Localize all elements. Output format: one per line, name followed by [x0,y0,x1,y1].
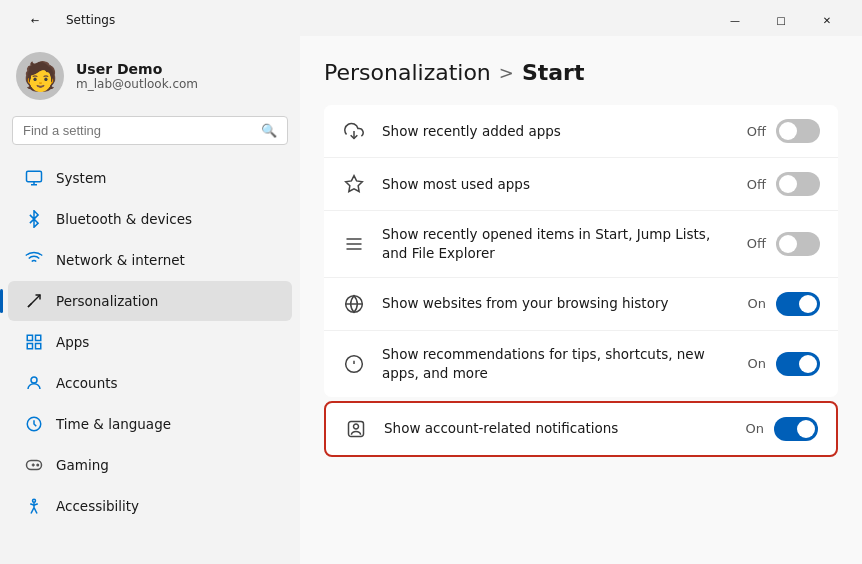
accounts-nav-icon [24,373,44,393]
account-notifications-toggle-thumb [797,420,815,438]
sidebar-item-personalization[interactable]: Personalization [8,281,292,321]
svg-line-4 [28,303,32,307]
sidebar-item-apps[interactable]: Apps [8,322,292,362]
sidebar-item-system[interactable]: System [8,158,292,198]
setting-row-recently-opened: Show recently opened items in Start, Jum… [324,211,838,278]
account-notifications-icon [344,417,368,441]
close-button[interactable]: ✕ [804,6,850,34]
account-notifications-status: On [746,421,764,436]
main-content: Personalization > Start Show recently ad… [300,36,862,564]
browsing-history-status: On [748,296,766,311]
sidebar-item-gaming[interactable]: Gaming [8,445,292,485]
svg-line-17 [31,508,34,514]
system-nav-icon [24,168,44,188]
titlebar: ← Settings — □ ✕ [0,0,862,36]
account-notifications-right: On [746,417,818,441]
apps-nav-icon [24,332,44,352]
svg-rect-5 [27,335,32,340]
most-used-toggle-thumb [779,175,797,193]
maximize-button[interactable]: □ [758,6,804,34]
sidebar-item-network[interactable]: Network & internet [8,240,292,280]
account-notifications-text: Show account-related notifications [384,419,730,438]
bluetooth-nav-icon [24,209,44,229]
sidebar-item-time[interactable]: Time & language [8,404,292,444]
most-used-text: Show most used apps [382,175,731,194]
most-used-status: Off [747,177,766,192]
nav-item-label: Bluetooth & devices [56,211,192,227]
time-nav-icon [24,414,44,434]
recently-added-status: Off [747,124,766,139]
gaming-nav-icon [24,455,44,475]
svg-rect-8 [27,344,32,349]
sidebar-item-bluetooth[interactable]: Bluetooth & devices [8,199,292,239]
most-used-right: Off [747,172,820,196]
user-info: User Demo m_lab@outlook.com [76,61,198,91]
sidebar: 🧑 User Demo m_lab@outlook.com 🔍 SystemBl… [0,36,300,564]
most-used-icon [342,172,366,196]
nav-item-label: System [56,170,106,186]
nav-item-label: Gaming [56,457,109,473]
svg-point-14 [37,464,39,466]
nav-item-label: Apps [56,334,89,350]
app-title: Settings [66,13,115,27]
recently-opened-right: Off [747,232,820,256]
svg-point-30 [354,424,359,429]
browsing-history-toggle-thumb [799,295,817,313]
setting-row-recommendations: Show recommendations for tips, shortcuts… [324,331,838,397]
browsing-history-right: On [748,292,820,316]
svg-point-9 [31,377,37,383]
personalization-nav-icon [24,291,44,311]
account-notifications-toggle[interactable] [774,417,818,441]
recently-opened-icon [342,232,366,256]
nav-item-label: Personalization [56,293,158,309]
svg-rect-0 [27,171,42,182]
sidebar-item-accessibility[interactable]: Accessibility [8,486,292,526]
recently-opened-toggle-thumb [779,235,797,253]
settings-list: Show recently added appsOffShow most use… [324,105,838,457]
search-box[interactable]: 🔍 [12,116,288,145]
svg-line-18 [34,508,37,514]
breadcrumb: Personalization > Start [324,60,838,85]
svg-rect-7 [36,344,41,349]
most-used-toggle[interactable] [776,172,820,196]
recently-added-toggle-thumb [779,122,797,140]
recently-opened-text: Show recently opened items in Start, Jum… [382,225,731,263]
minimize-button[interactable]: — [712,6,758,34]
recommendations-toggle[interactable] [776,352,820,376]
recommendations-status: On [748,356,766,371]
breadcrumb-parent[interactable]: Personalization [324,60,491,85]
breadcrumb-separator: > [499,62,514,83]
user-name: User Demo [76,61,198,77]
search-input[interactable] [23,123,253,138]
svg-point-15 [33,499,36,502]
recommendations-toggle-thumb [799,355,817,373]
nav-item-label: Time & language [56,416,171,432]
nav-item-label: Network & internet [56,252,185,268]
recently-opened-toggle[interactable] [776,232,820,256]
browsing-history-text: Show websites from your browsing history [382,294,732,313]
user-profile[interactable]: 🧑 User Demo m_lab@outlook.com [0,36,300,116]
back-button[interactable]: ← [12,6,58,34]
browsing-history-toggle[interactable] [776,292,820,316]
settings-group: Show recently added appsOffShow most use… [324,105,838,397]
sidebar-item-accounts[interactable]: Accounts [8,363,292,403]
recommendations-icon [342,352,366,376]
browsing-history-icon [342,292,366,316]
svg-marker-20 [346,176,363,192]
titlebar-left: ← Settings [12,6,115,34]
recently-added-icon [342,119,366,143]
svg-rect-6 [36,335,41,340]
recently-added-toggle[interactable] [776,119,820,143]
recommendations-right: On [748,352,820,376]
accessibility-nav-icon [24,496,44,516]
recommendations-text: Show recommendations for tips, shortcuts… [382,345,732,383]
recently-added-right: Off [747,119,820,143]
nav-item-label: Accounts [56,375,118,391]
recently-added-text: Show recently added apps [382,122,731,141]
network-nav-icon [24,250,44,270]
app-body: 🧑 User Demo m_lab@outlook.com 🔍 SystemBl… [0,36,862,564]
setting-row-account-notifications: Show account-related notificationsOn [324,401,838,457]
recently-opened-status: Off [747,236,766,251]
avatar: 🧑 [16,52,64,100]
setting-row-most-used: Show most used appsOff [324,158,838,211]
